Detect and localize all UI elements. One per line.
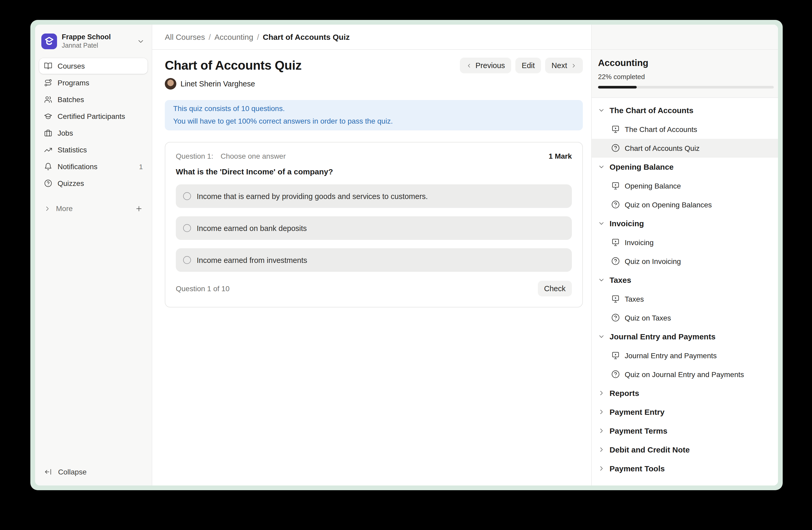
- outline-section-the-chart-of-accounts[interactable]: The Chart of Accounts: [592, 101, 778, 120]
- course-progressbar: [598, 86, 774, 88]
- chevron-right-icon: [598, 390, 605, 396]
- route-icon: [44, 79, 52, 87]
- chevron-right-icon: [598, 446, 605, 453]
- radio-button[interactable]: [183, 224, 191, 232]
- title-row: Chart of Accounts Quiz Previous Edit Nex…: [165, 58, 583, 73]
- more-label: More: [56, 204, 73, 213]
- edit-button[interactable]: Edit: [516, 58, 541, 73]
- sidebar-item-batches[interactable]: Batches: [39, 92, 147, 107]
- next-button[interactable]: Next: [545, 58, 583, 73]
- check-icon: [660, 238, 668, 246]
- question-header: Question 1: Choose one answer 1 Mark: [176, 152, 572, 160]
- book-open-icon: [44, 62, 52, 70]
- outline-item-chart-of-accounts-quiz[interactable]: Chart of Accounts Quiz: [592, 139, 778, 157]
- sidebar-item-certified-participants[interactable]: Certified Participants: [39, 108, 147, 124]
- lesson-icon: [611, 125, 620, 134]
- question-marks: 1 Mark: [549, 152, 572, 160]
- chevron-down-icon: [137, 38, 144, 45]
- outline-item-taxes[interactable]: Taxes: [592, 289, 778, 308]
- sidebar-item-programs[interactable]: Programs: [39, 75, 147, 90]
- outline-section-opening-balance[interactable]: Opening Balance: [592, 157, 778, 176]
- outline-item-invoicing[interactable]: Invoicing: [592, 233, 778, 252]
- outline-item-opening-balance[interactable]: Opening Balance: [592, 176, 778, 195]
- answer-option-2[interactable]: Income earned on bank deposits: [176, 216, 572, 240]
- workspace-text: Frappe School Jannat Patel: [62, 32, 132, 50]
- breadcrumb-accounting[interactable]: Accounting: [215, 32, 253, 41]
- outline-item-journal-entry-and-payments[interactable]: Journal Entry and Payments: [592, 346, 778, 365]
- check-icon: [704, 125, 711, 133]
- lesson-icon: [611, 351, 620, 360]
- outline-item-the-chart-of-accounts[interactable]: The Chart of Accounts: [592, 120, 778, 139]
- sidebar-item-quizzes[interactable]: Quizzes: [39, 176, 147, 191]
- lesson-icon: [611, 238, 620, 247]
- lesson-icon: [611, 181, 620, 190]
- question-text: What is the 'Direct Income' of a company…: [176, 167, 572, 176]
- outline-section-invoicing[interactable]: Invoicing: [592, 214, 778, 233]
- app-inner: Frappe School Jannat Patel Courses Progr…: [35, 25, 778, 486]
- check-icon: [706, 144, 714, 152]
- question-label: Question 1:: [176, 152, 213, 160]
- chevron-down-icon: [598, 163, 605, 170]
- outline-section-payment-terms[interactable]: Payment Terms: [592, 421, 778, 440]
- chevron-right-icon: [598, 465, 605, 472]
- chevron-right-icon: [571, 62, 577, 68]
- header-buttons: Previous Edit Next: [460, 58, 583, 73]
- author-avatar: [165, 78, 176, 89]
- quiz-icon: [611, 256, 620, 266]
- sidebar-item-notifications[interactable]: Notifications 1: [39, 159, 147, 175]
- outline-item-quiz-on-taxes[interactable]: Quiz on Taxes: [592, 308, 778, 327]
- sidebar-item-courses[interactable]: Courses: [39, 58, 147, 74]
- check-button[interactable]: Check: [538, 281, 572, 296]
- course-progress-fill: [598, 86, 637, 88]
- chevron-down-icon: [598, 220, 605, 227]
- sidebar-nav: Courses Programs Batches Certified Parti…: [39, 58, 147, 191]
- breadcrumb-current: Chart of Accounts Quiz: [263, 32, 350, 41]
- quiz-notice: This quiz consists of 10 questions. You …: [165, 100, 583, 130]
- outline-section-journal-entry-and-payments[interactable]: Journal Entry and Payments: [592, 327, 778, 346]
- question-footer: Question 1 of 10 Check: [176, 281, 572, 296]
- previous-button[interactable]: Previous: [460, 58, 511, 73]
- outline-item-quiz-on-invoicing[interactable]: Quiz on Invoicing: [592, 252, 778, 270]
- chevron-right-icon: [44, 205, 51, 212]
- answer-options: Income that is earned by providing goods…: [176, 184, 572, 272]
- author-name: Linet Sherin Varghese: [180, 80, 255, 88]
- chevron-right-icon: [598, 427, 605, 434]
- quiz-icon: [611, 143, 620, 152]
- briefcase-icon: [44, 129, 52, 137]
- sidebar-item-statistics[interactable]: Statistics: [39, 142, 147, 158]
- outline-section-payment-tools[interactable]: Payment Tools: [592, 459, 778, 478]
- workspace-switcher[interactable]: Frappe School Jannat Patel: [39, 29, 147, 53]
- sidebar-item-jobs[interactable]: Jobs: [39, 125, 147, 141]
- outline-item-quiz-on-journal-entry-and-payments[interactable]: Quiz on Journal Entry and Payments: [592, 365, 778, 383]
- sidebar-more[interactable]: More: [39, 200, 147, 216]
- outline-section-taxes[interactable]: Taxes: [592, 270, 778, 289]
- radio-button[interactable]: [183, 192, 191, 200]
- outline-section-payment-entry[interactable]: Payment Entry: [592, 403, 778, 421]
- question-card: Question 1: Choose one answer 1 Mark Wha…: [165, 142, 583, 307]
- trending-up-icon: [44, 145, 52, 154]
- notice-line-1: This quiz consists of 10 questions.: [173, 102, 575, 115]
- stage: Frappe School Jannat Patel Courses Progr…: [0, 0, 812, 530]
- breadcrumb-separator: /: [257, 32, 259, 41]
- course-panel-topbar: [592, 25, 778, 50]
- chevron-right-icon: [598, 408, 605, 415]
- workspace-subtitle: Jannat Patel: [62, 41, 132, 50]
- collapse-label: Collapse: [58, 468, 87, 476]
- bell-icon: [44, 162, 52, 171]
- answer-option-3[interactable]: Income earned from investments: [176, 248, 572, 272]
- plus-icon[interactable]: [135, 205, 143, 212]
- frappe-school-logo-icon: [43, 36, 55, 47]
- breadcrumb-separator: /: [208, 32, 211, 41]
- answer-option-1[interactable]: Income that is earned by providing goods…: [176, 184, 572, 208]
- collapse-button[interactable]: Collapse: [39, 463, 147, 480]
- breadcrumb-all-courses[interactable]: All Courses: [165, 32, 205, 41]
- outline-section-reports[interactable]: Reports: [592, 383, 778, 403]
- collapse-icon: [44, 468, 52, 476]
- quiz-icon: [611, 200, 620, 209]
- outline-section-debit-and-credit-note[interactable]: Debit and Credit Note: [592, 440, 778, 459]
- radio-button[interactable]: [183, 256, 191, 264]
- quiz-icon: [611, 313, 620, 322]
- users-icon: [44, 95, 52, 104]
- outline-item-quiz-on-opening-balances[interactable]: Quiz on Opening Balances: [592, 195, 778, 214]
- screen: Frappe School Jannat Patel Courses Progr…: [0, 0, 812, 530]
